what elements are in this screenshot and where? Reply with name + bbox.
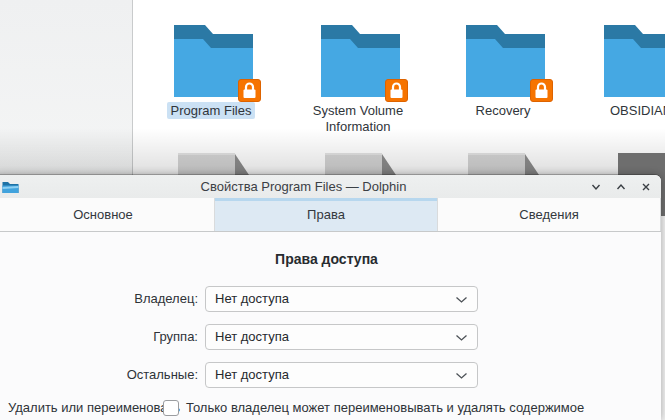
chevron-down-icon [455, 334, 468, 342]
folder-item-program-files[interactable]: Program Files [161, 13, 261, 119]
others-access-dropdown[interactable]: Нет доступа [205, 362, 478, 388]
chevron-down-icon [589, 180, 603, 194]
group-access-dropdown[interactable]: Нет доступа [205, 324, 478, 350]
owner-only-checkbox-label[interactable]: Только владелец может переименовывать и … [186, 399, 584, 416]
chevron-down-icon [455, 372, 468, 380]
lock-emblem-icon [385, 79, 408, 102]
dialog-tabbar: Основное Права Сведения [0, 198, 661, 232]
others-label: Остальные: [0, 362, 198, 388]
others-access-value: Нет доступа [215, 367, 289, 382]
folder-item-obsidian[interactable]: OBSIDIAN [591, 13, 665, 119]
group-access-value: Нет доступа [215, 329, 289, 344]
owner-only-checkbox[interactable] [163, 400, 179, 416]
folder-icon[interactable] [599, 13, 665, 98]
dialog-shadow [0, 128, 665, 175]
screenshot-root: Program Files System Volume Information … [0, 0, 665, 420]
others-row: Остальные: Нет доступа [0, 362, 661, 388]
dialog-title: Свойства Program Files — Dolphin [19, 179, 588, 194]
permissions-heading: Права доступа [0, 251, 661, 267]
owner-row: Владелец: Нет доступа [0, 286, 661, 312]
permissions-panel: Права доступа Владелец: Нет доступа Груп… [0, 232, 661, 420]
dialog-titlebar[interactable]: Свойства Program Files — Dolphin [0, 175, 661, 198]
folder-label[interactable]: Program Files [161, 103, 261, 119]
folder-item-system-volume-information[interactable]: System Volume Information [306, 13, 410, 135]
file-manager-view: Program Files System Volume Information … [0, 0, 665, 176]
window-controls [588, 179, 654, 195]
close-icon [639, 180, 653, 194]
delete-rename-label: Удалить или переименовать [8, 399, 180, 416]
folder-label[interactable]: OBSIDIAN [591, 103, 665, 119]
delete-rename-row: Удалить или переименовать Только владеле… [0, 399, 661, 417]
properties-dialog: Свойства Program Files — Dolphin Основно… [0, 175, 661, 420]
folder-label[interactable]: Recovery [453, 103, 553, 119]
owner-access-dropdown[interactable]: Нет доступа [205, 286, 478, 312]
tab-general[interactable]: Основное [0, 198, 215, 231]
folder-item-recovery[interactable]: Recovery [453, 13, 553, 119]
chevron-down-icon [455, 296, 468, 304]
lock-emblem-icon [530, 79, 553, 102]
group-row: Группа: Нет доступа [0, 324, 661, 350]
group-label: Группа: [0, 324, 198, 350]
tab-permissions[interactable]: Права [215, 198, 438, 231]
close-button[interactable] [638, 179, 654, 195]
tab-details[interactable]: Сведения [438, 198, 661, 231]
minimize-button[interactable] [588, 179, 604, 195]
owner-label: Владелец: [0, 286, 198, 312]
chevron-up-icon [614, 180, 628, 194]
dolphin-app-icon [2, 180, 19, 194]
lock-emblem-icon [238, 79, 261, 102]
owner-access-value: Нет доступа [215, 291, 289, 306]
maximize-button[interactable] [613, 179, 629, 195]
